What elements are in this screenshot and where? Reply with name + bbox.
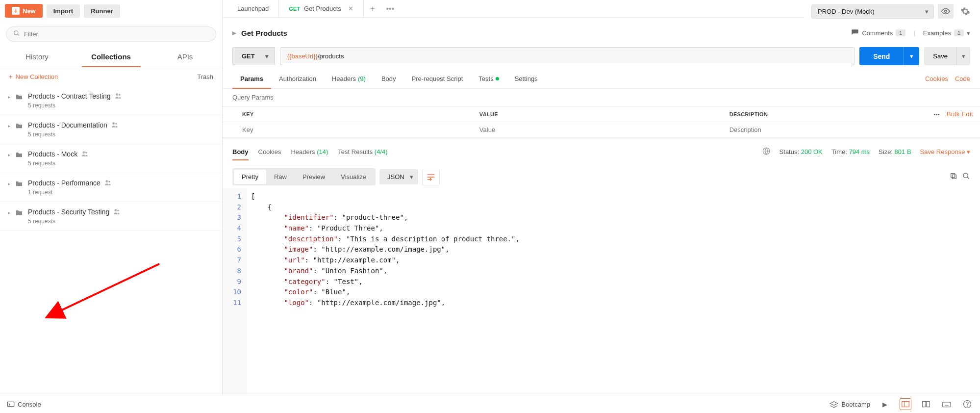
bootcamp-button[interactable]: Bootcamp (829, 401, 870, 408)
chevron-right-icon[interactable]: ▸ (8, 152, 10, 157)
tab-history[interactable]: History (0, 47, 74, 67)
chevron-right-icon[interactable]: ▸ (8, 181, 10, 186)
resp-tab-tests[interactable]: Test Results (4/4) (338, 143, 387, 160)
save-button[interactable]: Save (924, 47, 956, 65)
collection-item[interactable]: ▸ Products - Performance 1 request (0, 173, 222, 202)
svg-point-4 (112, 122, 115, 125)
collection-item[interactable]: ▸ Products - Contract Testing 5 requests (0, 86, 222, 115)
subtab-headers[interactable]: Headers (9) (324, 69, 374, 88)
chevron-right-icon[interactable]: ▸ (8, 94, 10, 100)
resp-headers-label: Headers (291, 148, 315, 155)
resp-time: Time: 794 ms (831, 148, 870, 155)
params-header-value: VALUE (473, 106, 723, 122)
subtab-tests[interactable]: Tests (471, 69, 506, 88)
plus-icon: + (9, 73, 13, 80)
resp-tab-body[interactable]: Body (232, 143, 249, 160)
environment-select[interactable]: PROD - Dev (Mock) (811, 4, 934, 19)
collection-count: 5 requests (28, 131, 214, 138)
resp-size: Size: 801 B (879, 148, 911, 155)
new-collection-button[interactable]: + New Collection (9, 73, 58, 80)
params-overflow-button[interactable]: ••• (934, 111, 940, 117)
chevron-right-icon[interactable]: ▸ (8, 123, 10, 129)
people-icon (104, 179, 111, 187)
save-response-button[interactable]: Save Response ▾ (920, 148, 970, 155)
subtab-settings[interactable]: Settings (507, 69, 546, 88)
tab-collections[interactable]: Collections (74, 47, 148, 67)
code-link[interactable]: Code (955, 75, 970, 82)
resp-tab-headers[interactable]: Headers (14) (291, 143, 328, 160)
collection-item[interactable]: ▸ Products - Mock 5 requests (0, 144, 222, 173)
cookies-link[interactable]: Cookies (925, 75, 948, 82)
runner-button[interactable]: Runner (84, 4, 120, 18)
subtab-params[interactable]: Params (232, 69, 271, 88)
resp-tab-cookies[interactable]: Cookies (258, 143, 281, 160)
collection-count: 5 requests (28, 160, 214, 167)
help-icon[interactable] (961, 398, 973, 410)
search-icon (13, 30, 20, 38)
svg-point-12 (945, 10, 947, 13)
keyboard-icon[interactable] (941, 398, 953, 410)
filter-input-wrap[interactable] (6, 26, 216, 42)
chevron-right-icon[interactable]: ▸ (8, 210, 10, 215)
params-header-key: KEY (223, 106, 473, 122)
layout-split-icon[interactable] (920, 398, 932, 410)
trash-link[interactable]: Trash (197, 73, 213, 80)
tab-overflow-button[interactable]: ••• (381, 4, 399, 13)
close-icon[interactable]: ✕ (348, 5, 353, 12)
collection-name: Products - Mock (28, 150, 77, 158)
import-button[interactable]: Import (47, 4, 80, 18)
param-desc-input[interactable] (729, 126, 973, 133)
save-response-label: Save Response (920, 148, 965, 155)
save-dropdown[interactable]: ▾ (956, 47, 970, 65)
resp-tests-count: (4/4) (375, 148, 388, 155)
tab-label: Launchpad (237, 5, 269, 12)
layout-two-pane-icon[interactable] (900, 398, 911, 410)
comments-button[interactable]: Comments 1 (851, 29, 905, 37)
param-value-input[interactable] (479, 126, 716, 133)
bulk-edit-link[interactable]: Bulk Edit (947, 110, 973, 118)
folder-icon (15, 180, 23, 188)
view-preview[interactable]: Preview (295, 170, 333, 184)
subtab-prerequest[interactable]: Pre-request Script (404, 69, 471, 88)
svg-line-19 (967, 177, 969, 179)
search-response-icon[interactable] (962, 172, 970, 181)
linewrap-button[interactable] (422, 169, 440, 185)
globe-icon[interactable] (762, 147, 771, 157)
send-button[interactable]: Send (859, 47, 904, 65)
method-select[interactable]: GET (232, 47, 275, 65)
new-collection-label: New Collection (16, 73, 58, 80)
plus-icon: + (12, 7, 20, 15)
new-button[interactable]: + New (5, 4, 43, 18)
resp-tests-label: Test Results (338, 148, 373, 155)
view-pretty[interactable]: Pretty (234, 170, 266, 184)
svg-rect-23 (923, 401, 926, 407)
copy-icon[interactable] (950, 172, 957, 181)
subtab-body[interactable]: Body (374, 69, 404, 88)
settings-button[interactable] (957, 4, 973, 19)
query-params-heading: Query Params (223, 89, 980, 106)
comments-count: 1 (896, 29, 905, 36)
chevron-right-icon[interactable]: ▸ (232, 28, 236, 37)
tab-apis[interactable]: APIs (148, 47, 222, 67)
subtab-authorization[interactable]: Authorization (271, 69, 324, 88)
environment-preview-button[interactable] (938, 4, 954, 19)
examples-count: 1 (954, 29, 964, 36)
svg-point-18 (963, 173, 968, 178)
console-label: Console (18, 401, 41, 408)
collection-item[interactable]: ▸ Products - Security Testing 5 requests (0, 202, 222, 231)
tab-get-products[interactable]: GET Get Products ✕ (279, 0, 364, 17)
filter-input[interactable] (24, 30, 209, 38)
console-icon[interactable]: Console (7, 401, 41, 408)
collection-name: Products - Security Testing (28, 208, 109, 216)
new-tab-button[interactable]: + (364, 4, 381, 13)
view-raw[interactable]: Raw (266, 170, 295, 184)
url-input[interactable]: {{baseUrl}}/products (280, 47, 854, 65)
examples-button[interactable]: Examples 1 ▾ (923, 29, 970, 37)
param-key-input[interactable] (242, 126, 466, 133)
collection-item[interactable]: ▸ Products - Documentation 5 requests (0, 115, 222, 144)
format-select[interactable]: JSON (379, 169, 418, 184)
play-icon[interactable]: ▶ (879, 398, 891, 410)
send-dropdown[interactable]: ▾ (904, 47, 919, 65)
view-visualize[interactable]: Visualize (333, 170, 374, 184)
tab-launchpad[interactable]: Launchpad (227, 0, 279, 17)
